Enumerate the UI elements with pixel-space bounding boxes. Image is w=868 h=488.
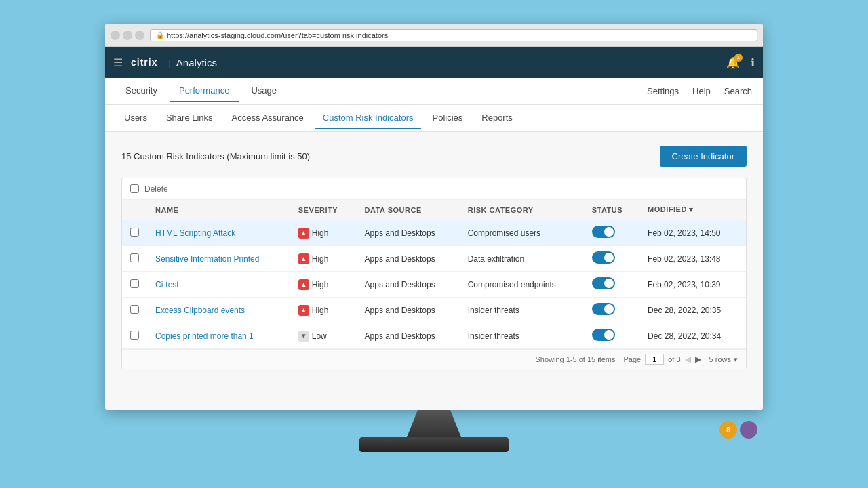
subnav-share-links[interactable]: Share Links (158, 107, 221, 129)
row-name-link-0[interactable]: HTML Scripting Attack (155, 228, 235, 238)
pagination: Page of 3 ◀ ▶ (624, 354, 701, 365)
th-name[interactable]: NAME (147, 200, 290, 220)
page-of-label: of 3 (668, 355, 680, 363)
address-bar[interactable]: 🔒 https://analytics-staging.cloud.com/us… (150, 29, 757, 41)
page-label: Page (624, 355, 642, 363)
create-indicator-button[interactable]: Create Indicator (660, 146, 747, 167)
sev-label-1: High (312, 254, 329, 264)
subnav-reports[interactable]: Reports (473, 107, 521, 129)
notification-bell[interactable]: 🔔 1 (726, 56, 740, 69)
sev-icon-2: ▲ (298, 279, 309, 290)
status-toggle-0[interactable] (592, 226, 615, 238)
sev-icon-4: ▼ (298, 331, 309, 342)
th-risk-category[interactable]: RISK CATEGORY (460, 200, 584, 220)
browser-max[interactable] (135, 30, 144, 40)
row-name-link-4[interactable]: Copies printed more than 1 (155, 331, 254, 341)
risk-category-1: Data exfiltration (460, 246, 584, 272)
sev-icon-1: ▲ (298, 253, 309, 264)
risk-category-0: Compromised users (460, 220, 584, 246)
float-badge-purple (740, 421, 757, 439)
th-severity[interactable]: SEVERITY (290, 200, 357, 220)
subnav-policies[interactable]: Policies (424, 107, 471, 129)
subnav-users[interactable]: Users (116, 107, 155, 129)
browser-min[interactable] (123, 30, 132, 40)
browser-chrome: 🔒 https://analytics-staging.cloud.com/us… (105, 24, 763, 47)
th-modified[interactable]: MODIFIED ▾ (639, 200, 746, 220)
stand-base (359, 437, 509, 452)
subnav-custom-risk[interactable]: Custom Risk Indicators (315, 107, 422, 129)
table-footer: Showing 1-5 of 15 items Page of 3 ◀ ▶ 5 … (122, 349, 746, 369)
secondary-nav: Security Performance Usage Settings Help… (105, 78, 763, 105)
severity-badge-4: ▼ Low (298, 331, 327, 342)
table-header: NAME SEVERITY DATA SOURCE RISK CATEGORY … (122, 200, 746, 220)
status-toggle-3[interactable] (592, 303, 615, 315)
row-name-link-3[interactable]: Excess Clipboard events (155, 306, 245, 315)
row-checkbox-2[interactable] (130, 279, 139, 288)
severity-badge-2: ▲ High (298, 279, 329, 290)
rows-label: 5 rows (709, 355, 731, 363)
row-checkbox-1[interactable] (130, 253, 139, 262)
status-toggle-1[interactable] (592, 251, 615, 264)
table-row: Excess Clipboard events ▲ High Apps and … (122, 298, 746, 323)
data-source-4: Apps and Desktops (357, 323, 460, 349)
rows-chevron-icon: ▾ (734, 355, 738, 364)
table-row: Sensitive Information Printed ▲ High App… (122, 246, 746, 272)
float-badge-orange: 8 (719, 421, 737, 439)
table-row: Copies printed more than 1 ▼ Low Apps an… (122, 323, 746, 349)
severity-badge-0: ▲ High (298, 228, 329, 239)
floating-indicators: 8 (719, 421, 757, 439)
main-content: 15 Custom Risk Indicators (Maximum limit… (105, 132, 763, 410)
data-source-0: Apps and Desktops (357, 220, 460, 246)
browser-controls (111, 30, 144, 40)
help-link[interactable]: Help (692, 86, 711, 96)
nav-performance[interactable]: Performance (170, 80, 239, 102)
nav-security[interactable]: Security (116, 80, 167, 102)
prev-page-button[interactable]: ◀ (685, 354, 691, 364)
search-link[interactable]: Search (724, 86, 752, 96)
sev-label-2: High (312, 280, 329, 289)
indicators-table: NAME SEVERITY DATA SOURCE RISK CATEGORY … (122, 200, 746, 349)
risk-category-3: Insider threats (460, 298, 584, 323)
settings-link[interactable]: Settings (647, 86, 679, 96)
select-all-checkbox[interactable] (130, 184, 139, 193)
th-status[interactable]: STATUS (584, 200, 639, 220)
row-name-link-2[interactable]: Ci-test (155, 280, 179, 289)
row-checkbox-3[interactable] (130, 305, 139, 314)
table-body: HTML Scripting Attack ▲ High Apps and De… (122, 220, 746, 349)
notification-badge: 1 (734, 54, 743, 62)
table-toolbar: Delete (122, 178, 746, 200)
modified-3: Dec 28, 2022, 20:35 (639, 298, 746, 323)
app-title: Analytics (176, 57, 217, 68)
row-name-link-1[interactable]: Sensitive Information Printed (155, 254, 259, 264)
browser-close[interactable] (111, 30, 120, 40)
th-checkbox (122, 200, 147, 220)
table-row: HTML Scripting Attack ▲ High Apps and De… (122, 220, 746, 246)
table-row: Ci-test ▲ High Apps and Desktops Comprom… (122, 272, 746, 298)
status-toggle-2[interactable] (592, 277, 615, 289)
sev-label-4: Low (312, 331, 327, 341)
row-checkbox-4[interactable] (130, 331, 139, 340)
next-page-button[interactable]: ▶ (695, 354, 701, 364)
help-circle-icon[interactable]: ℹ (751, 56, 755, 69)
row-checkbox-0[interactable] (130, 228, 139, 237)
data-source-3: Apps and Desktops (357, 298, 460, 323)
th-data-source[interactable]: DATA SOURCE (357, 200, 460, 220)
modified-4: Dec 28, 2022, 20:34 (639, 323, 746, 349)
monitor-stand (105, 410, 763, 452)
nav-divider: | (168, 58, 170, 68)
sev-icon-3: ▲ (298, 305, 309, 316)
page-input[interactable] (645, 354, 664, 365)
nav-usage[interactable]: Usage (241, 80, 286, 102)
hamburger-icon[interactable]: ☰ (113, 56, 123, 69)
sev-label-3: High (312, 306, 329, 315)
sev-icon-0: ▲ (298, 228, 309, 239)
risk-category-4: Insider threats (460, 323, 584, 349)
status-toggle-4[interactable] (592, 329, 615, 341)
delete-button[interactable]: Delete (144, 184, 168, 194)
data-source-1: Apps and Desktops (357, 246, 460, 272)
severity-badge-1: ▲ High (298, 253, 329, 264)
table-wrapper: Delete NAME SEVERITY DATA SOURCE RISK CA… (121, 178, 747, 369)
risk-category-2: Compromised endpoints (460, 272, 584, 298)
subnav-access-assurance[interactable]: Access Assurance (224, 107, 312, 129)
rows-per-page[interactable]: 5 rows ▾ (709, 355, 738, 364)
